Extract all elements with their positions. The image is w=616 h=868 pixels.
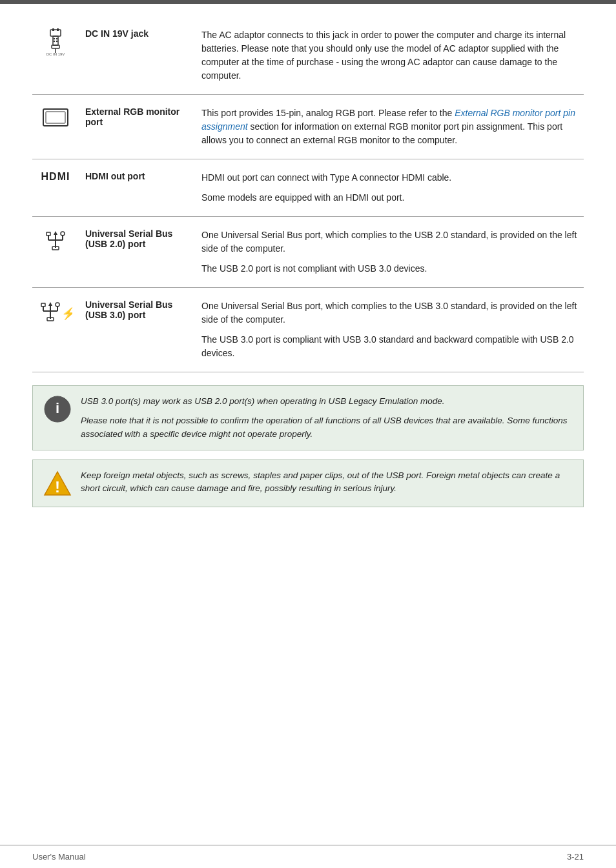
svg-rect-3	[53, 36, 58, 45]
usb2-icon	[39, 228, 72, 254]
info-box: i USB 3.0 port(s) may work as USB 2.0 po…	[32, 385, 584, 450]
svg-text:DC IN 19V: DC IN 19V	[46, 52, 65, 56]
svg-marker-19	[54, 231, 57, 235]
warning-icon-container: !	[43, 469, 72, 498]
warning-icon: !	[43, 469, 72, 498]
rgb-monitor-icon	[39, 106, 72, 133]
usb2-label-cell: Universal Serial Bus (USB 2.0) port	[79, 217, 195, 288]
rgb-icon-cell	[32, 95, 79, 159]
svg-point-7	[56, 41, 57, 42]
hdmi-label-cell: HDMI out port	[79, 159, 195, 217]
hdmi-desc-p2: Some models are equipped with an HDMI ou…	[201, 191, 577, 205]
warning-para1: Keep foreign metal objects, such as scre…	[81, 469, 573, 496]
svg-rect-25	[41, 303, 45, 307]
usb3-label: Universal Serial Bus (USB 3.0) port	[85, 299, 172, 320]
usb3-label-cell: Universal Serial Bus (USB 3.0) port	[79, 288, 195, 372]
hdmi-icon-cell: HDMI	[32, 159, 79, 217]
info-icon: i	[43, 395, 72, 423]
svg-point-6	[54, 41, 55, 42]
dc-label: DC IN 19V jack	[85, 28, 149, 39]
hdmi-icon: HDMI	[39, 171, 72, 183]
content-area: DC IN 19V DC IN 19V jack The AC adaptor …	[0, 4, 616, 845]
svg-rect-12	[46, 112, 65, 123]
dc-desc-cell: The AC adaptor connects to this jack in …	[195, 17, 584, 95]
svg-rect-28	[47, 318, 54, 321]
usb2-icon-cell	[32, 217, 79, 288]
svg-rect-17	[46, 232, 50, 236]
svg-rect-8	[52, 45, 59, 48]
usb3-svg: ⚡	[39, 299, 72, 323]
rgb-link[interactable]: External RGB monitor port pin assignment	[201, 108, 575, 132]
table-row: External RGB monitor port This port prov…	[32, 95, 584, 159]
table-row: ⚡ Universal Serial Bus (USB 3.0) port On…	[32, 288, 584, 372]
usb3-desc-p1: One Universal Serial Bus port, which com…	[201, 299, 577, 327]
usb2-desc-cell: One Universal Serial Bus port, which com…	[195, 217, 584, 288]
warning-box: ! Keep foreign metal objects, such as sc…	[32, 459, 584, 507]
svg-text:!: !	[55, 478, 60, 496]
usb3-icon: ⚡	[39, 299, 72, 325]
svg-rect-1	[52, 28, 54, 31]
usb2-desc-p2: The USB 2.0 port is not compliant with U…	[201, 262, 577, 276]
footer-left: User's Manual	[32, 852, 86, 862]
footer-right: 3-21	[567, 852, 584, 862]
footer: User's Manual 3-21	[0, 845, 616, 868]
svg-rect-20	[52, 247, 59, 250]
svg-point-4	[54, 38, 55, 39]
svg-marker-27	[48, 302, 52, 306]
usb2-desc-p1: One Universal Serial Bus port, which com…	[201, 228, 577, 256]
dc-icon-cell: DC IN 19V	[32, 17, 79, 95]
info-para1: USB 3.0 port(s) may work as USB 2.0 port…	[81, 395, 573, 408]
svg-text:⚡: ⚡	[61, 307, 72, 321]
usb2-label: Universal Serial Bus (USB 2.0) port	[85, 228, 172, 249]
rgb-desc-p1: This port provides 15-pin, analog RGB po…	[201, 106, 577, 147]
svg-rect-0	[50, 30, 61, 36]
usb2-svg	[42, 228, 69, 252]
svg-rect-2	[57, 28, 59, 31]
table-row: HDMI HDMI out port HDMI out port can con…	[32, 159, 584, 217]
rgb-svg	[42, 106, 69, 131]
dc-label-cell: DC IN 19V jack	[79, 17, 195, 95]
info-icon-container: i	[43, 395, 72, 423]
dc-plug-svg: DC IN 19V	[42, 28, 69, 56]
hdmi-desc-cell: HDMI out port can connect with Type A co…	[195, 159, 584, 217]
usb3-desc-cell: One Universal Serial Bus port, which com…	[195, 288, 584, 372]
features-table: DC IN 19V DC IN 19V jack The AC adaptor …	[32, 17, 584, 372]
usb3-desc-p2: The USB 3.0 port is compliant with USB 3…	[201, 333, 577, 360]
usb3-icon-cell: ⚡	[32, 288, 79, 372]
rgb-label-cell: External RGB monitor port	[79, 95, 195, 159]
rgb-label: External RGB monitor port	[85, 106, 180, 127]
dc-desc-p1: The AC adaptor connects to this jack in …	[201, 28, 577, 83]
svg-point-5	[56, 38, 57, 39]
hdmi-desc-p1: HDMI out port can connect with Type A co…	[201, 171, 577, 185]
warning-text-content: Keep foreign metal objects, such as scre…	[81, 469, 573, 496]
info-text-content: USB 3.0 port(s) may work as USB 2.0 port…	[81, 395, 573, 441]
rgb-desc-cell: This port provides 15-pin, analog RGB po…	[195, 95, 584, 159]
info-para2: Please note that it is not possible to c…	[81, 414, 573, 441]
table-row: Universal Serial Bus (USB 2.0) port One …	[32, 217, 584, 288]
svg-text:i: i	[56, 400, 59, 416]
dc-in-icon: DC IN 19V	[39, 28, 72, 56]
page: DC IN 19V DC IN 19V jack The AC adaptor …	[0, 0, 616, 868]
hdmi-label: HDMI out port	[85, 171, 145, 181]
table-row: DC IN 19V DC IN 19V jack The AC adaptor …	[32, 17, 584, 95]
